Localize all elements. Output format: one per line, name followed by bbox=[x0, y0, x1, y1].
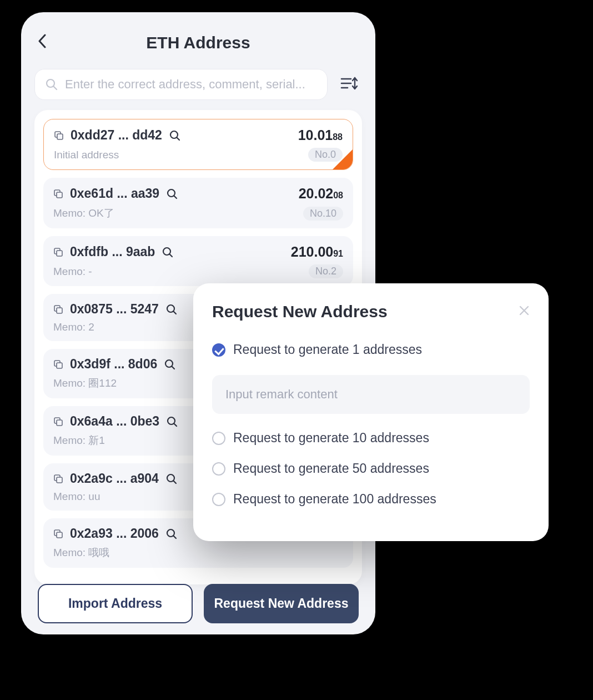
lookup-icon[interactable] bbox=[166, 416, 178, 428]
copy-icon[interactable] bbox=[53, 359, 63, 369]
svg-rect-18 bbox=[57, 308, 62, 313]
lookup-icon[interactable] bbox=[165, 303, 178, 316]
address-text: 0x0875 ... 5247 bbox=[70, 302, 159, 317]
svg-line-28 bbox=[174, 423, 177, 426]
remark-input[interactable] bbox=[212, 375, 530, 414]
copy-icon[interactable] bbox=[53, 529, 63, 539]
lookup-icon[interactable] bbox=[165, 528, 178, 540]
generate-option[interactable]: Request to generate 10 addresses bbox=[212, 431, 530, 446]
address-text: 0x3d9f ... 8d06 bbox=[70, 357, 157, 372]
request-new-address-modal: Request New Address Request to generate … bbox=[193, 283, 549, 541]
balance: 210.0091 bbox=[291, 244, 343, 260]
address-item[interactable]: 0xdd27 ... dd4210.0188Initial addressNo.… bbox=[43, 119, 353, 170]
radio-icon[interactable] bbox=[212, 462, 225, 476]
serial-badge: No.10 bbox=[303, 207, 343, 221]
copy-icon[interactable] bbox=[53, 247, 63, 257]
search-input[interactable] bbox=[65, 77, 317, 92]
sort-icon[interactable] bbox=[336, 72, 362, 97]
svg-line-1 bbox=[54, 87, 57, 90]
lookup-icon[interactable] bbox=[164, 358, 176, 371]
close-icon[interactable] bbox=[519, 304, 530, 319]
copy-icon[interactable] bbox=[53, 189, 63, 199]
memo-text: Memo: 2 bbox=[53, 321, 94, 333]
search-row bbox=[21, 69, 375, 110]
copy-icon[interactable] bbox=[54, 131, 64, 141]
copy-icon[interactable] bbox=[53, 474, 63, 484]
memo-text: Memo: 圈112 bbox=[53, 376, 117, 391]
option-label: Request to generate 50 addresses bbox=[233, 461, 429, 476]
generate-option[interactable]: Request to generate 50 addresses bbox=[212, 461, 530, 476]
header: ETH Address bbox=[21, 22, 375, 69]
option-label: Request to generate 100 addresses bbox=[233, 492, 436, 507]
address-text: 0x2a9c ... a904 bbox=[70, 471, 159, 486]
svg-rect-22 bbox=[57, 363, 62, 368]
svg-line-36 bbox=[173, 536, 176, 538]
balance: 20.0208 bbox=[299, 186, 343, 202]
address-item[interactable]: 0xe61d ... aa3920.0208Memo: OK了No.10 bbox=[43, 178, 353, 228]
memo-text: Memo: 新1 bbox=[53, 433, 105, 448]
memo-text: Memo: uu bbox=[53, 491, 100, 503]
balance: 10.0188 bbox=[298, 127, 343, 143]
address-text: 0xdd27 ... dd42 bbox=[71, 128, 162, 143]
svg-line-20 bbox=[173, 311, 176, 314]
svg-rect-26 bbox=[57, 420, 62, 426]
address-text: 0xfdfb ... 9aab bbox=[70, 244, 155, 259]
address-text: 0xe61d ... aa39 bbox=[70, 186, 159, 201]
memo-text: Memo: OK了 bbox=[53, 206, 114, 221]
memo-text: Memo: 哦哦 bbox=[53, 546, 109, 560]
svg-line-24 bbox=[172, 366, 175, 369]
search-icon bbox=[45, 78, 58, 91]
address-text: 0x6a4a ... 0be3 bbox=[70, 414, 159, 429]
address-text: 0x2a93 ... 2006 bbox=[70, 526, 159, 541]
request-new-address-button[interactable]: Request New Address bbox=[204, 584, 359, 623]
copy-icon[interactable] bbox=[53, 304, 63, 314]
generate-option[interactable]: Request to generate 1 addresses bbox=[212, 342, 530, 357]
memo-text: Initial address bbox=[54, 149, 119, 161]
svg-line-12 bbox=[174, 196, 177, 198]
option-label: Request to generate 10 addresses bbox=[233, 431, 429, 446]
svg-rect-6 bbox=[57, 134, 63, 139]
page-title: ETH Address bbox=[38, 33, 359, 52]
copy-icon[interactable] bbox=[53, 417, 63, 427]
modal-title: Request New Address bbox=[212, 302, 388, 321]
memo-text: Memo: - bbox=[53, 266, 92, 278]
search-box[interactable] bbox=[34, 69, 328, 100]
svg-line-8 bbox=[177, 137, 179, 140]
svg-line-32 bbox=[173, 481, 176, 483]
lookup-icon[interactable] bbox=[162, 246, 174, 258]
svg-rect-34 bbox=[57, 532, 62, 538]
option-label: Request to generate 1 addresses bbox=[233, 342, 422, 357]
radio-icon[interactable] bbox=[212, 493, 225, 506]
svg-line-16 bbox=[170, 254, 173, 257]
modal-header: Request New Address bbox=[212, 302, 530, 321]
svg-rect-14 bbox=[57, 251, 62, 256]
radio-icon[interactable] bbox=[212, 432, 225, 445]
serial-badge: No.2 bbox=[309, 264, 343, 278]
lookup-icon[interactable] bbox=[166, 188, 178, 200]
lookup-icon[interactable] bbox=[165, 473, 178, 485]
lookup-icon[interactable] bbox=[169, 129, 181, 142]
radio-checked-icon[interactable] bbox=[212, 343, 225, 357]
address-item[interactable]: 0xfdfb ... 9aab210.0091Memo: -No.2 bbox=[43, 236, 353, 286]
generate-option[interactable]: Request to generate 100 addresses bbox=[212, 492, 530, 507]
svg-rect-30 bbox=[57, 477, 62, 483]
footer-buttons: Import Address Request New Address bbox=[21, 584, 375, 623]
selected-corner-icon bbox=[333, 149, 353, 169]
svg-rect-10 bbox=[57, 192, 62, 198]
import-address-button[interactable]: Import Address bbox=[38, 584, 193, 623]
